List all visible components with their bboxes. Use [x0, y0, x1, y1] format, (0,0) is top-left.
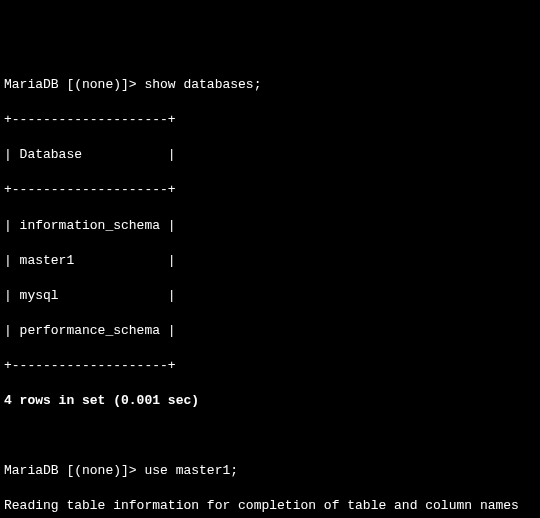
table-border: +--------------------+ [4, 111, 536, 129]
table-row: | mysql | [4, 287, 536, 305]
table-border: +--------------------+ [4, 357, 536, 375]
result-summary: 4 rows in set (0.001 sec) [4, 392, 536, 410]
table-border: +--------------------+ [4, 181, 536, 199]
sql-command-use: use master1; [144, 463, 238, 478]
table-row: | performance_schema | [4, 322, 536, 340]
table-row: | information_schema | [4, 217, 536, 235]
sql-prompt-2: MariaDB [(none)]> [4, 463, 137, 478]
table-header: | Database | [4, 146, 536, 164]
sql-command-show-databases: show databases; [144, 77, 261, 92]
table-row: | master1 | [4, 252, 536, 270]
info-message: Reading table information for completion… [4, 497, 536, 515]
blank-line [4, 427, 536, 445]
sql-prompt-1: MariaDB [(none)]> [4, 77, 137, 92]
